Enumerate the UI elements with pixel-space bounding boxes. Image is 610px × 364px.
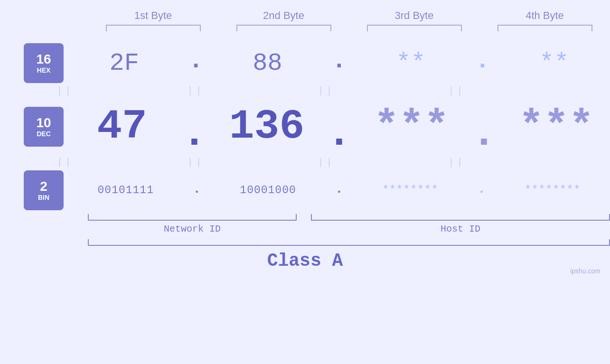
dec-values: 47 . 136 . *** . ***: [68, 99, 610, 155]
byte-label-2: 2nd Byte: [236, 9, 331, 22]
top-bracket-1: [106, 25, 201, 31]
bin-base-text: BIN: [38, 194, 49, 201]
dec-base-box: 10 DEC: [24, 107, 64, 147]
full-bottom-bracket: [88, 239, 610, 246]
equals-2-1: ||: [18, 157, 113, 168]
bin-val-2: 10001000: [221, 184, 316, 196]
network-id-label: Network ID: [88, 224, 297, 234]
bin-values: 00101111 . 10001000 . ******** . *******…: [68, 182, 610, 199]
dec-base-number: 10: [36, 116, 51, 131]
equals-1-1: ||: [18, 85, 113, 96]
bin-base-number: 2: [40, 179, 47, 194]
equals-1-4: ||: [410, 85, 505, 96]
bin-dot-3: .: [478, 182, 486, 196]
top-bracket-2: [236, 25, 331, 31]
top-bracket-3: [367, 25, 462, 31]
dec-dot-1: .: [182, 99, 207, 155]
dec-dot-2: .: [327, 99, 352, 155]
equals-2-2: ||: [149, 157, 244, 168]
top-bracket-4: [497, 25, 592, 31]
watermark: ipshu.com: [570, 267, 601, 275]
equals-1-3: ||: [279, 85, 374, 96]
hex-base-text: HEX: [37, 66, 51, 74]
bin-base-box: 2 BIN: [24, 170, 64, 210]
bin-val-1: 00101111: [78, 184, 173, 196]
bin-dot-1: .: [193, 182, 201, 196]
dec-val-1: 47: [75, 106, 169, 148]
dec-dot-3: .: [471, 99, 497, 155]
bottom-bracket-host: [311, 214, 610, 221]
byte-label-3: 3rd Byte: [367, 9, 462, 22]
equals-2-4: ||: [410, 157, 505, 168]
equals-1-2: ||: [149, 85, 244, 96]
hex-val-1: 2F: [77, 49, 172, 77]
hex-val-2: 88: [220, 49, 315, 77]
hex-base-box: 16 HEX: [24, 43, 64, 83]
host-id-label: Host ID: [311, 224, 610, 234]
hex-dot-3: .: [475, 47, 490, 75]
hex-val-3: **: [363, 49, 458, 77]
hex-base-number: 16: [36, 52, 51, 67]
dec-base-text: DEC: [37, 130, 51, 138]
equals-2-3: ||: [279, 157, 374, 168]
class-label: Class A: [0, 251, 610, 271]
hex-dot-2: .: [332, 47, 347, 75]
id-labels: Network ID Host ID: [88, 224, 610, 234]
byte-label-4: 4th Byte: [497, 9, 592, 22]
bottom-brackets-container: [88, 214, 610, 221]
bottom-bracket-network: [88, 214, 297, 221]
hex-values: 2F . 88 . ** . **: [68, 47, 610, 80]
bin-dot-2: .: [335, 182, 343, 196]
byte-label-1: 1st Byte: [106, 9, 201, 22]
bin-val-3: ********: [363, 184, 458, 196]
bin-row: 2 BIN 00101111 . 10001000 . ******** . *…: [0, 170, 610, 210]
main-layout: 1st Byte 2nd Byte 3rd Byte 4th Byte 16 H…: [0, 0, 610, 280]
hex-val-4: **: [507, 49, 601, 77]
dec-row: 10 DEC 47 . 136 . *** . ***: [0, 99, 610, 155]
dec-val-4: ***: [509, 106, 604, 148]
dec-val-2: 136: [219, 106, 314, 148]
bin-val-4: ********: [505, 184, 600, 196]
hex-row: 16 HEX 2F . 88 . ** . **: [0, 43, 610, 83]
dec-val-3: ***: [364, 106, 459, 148]
hex-dot-1: .: [188, 47, 203, 75]
